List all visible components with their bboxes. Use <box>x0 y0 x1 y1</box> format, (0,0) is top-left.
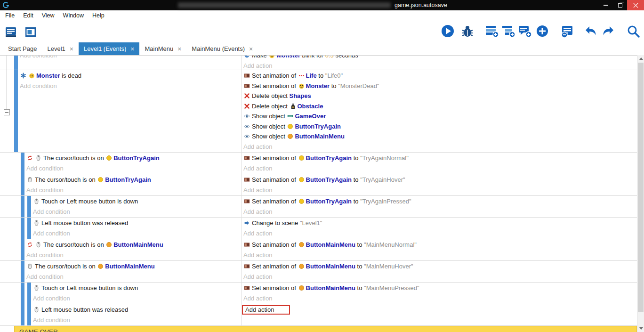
event-row[interactable]: The cursor/touch is on ButtonMainMenuAdd… <box>0 239 637 261</box>
condition-line[interactable]: Monster is dead <box>20 71 241 81</box>
add-action-link[interactable]: Add action <box>243 293 637 304</box>
conditions-cell[interactable]: The cursor/touch is on ButtonMainMenuAdd… <box>0 239 241 260</box>
actions-cell[interactable]: Add action <box>241 304 637 325</box>
actions-cell[interactable]: Set animation of Life to "Life0"Set anim… <box>241 70 637 152</box>
conditions-cell[interactable]: The cursor/touch is on ButtonMainMenuAdd… <box>0 261 241 282</box>
add-condition-link[interactable]: Add condition <box>26 250 241 260</box>
tab-close-icon[interactable]: × <box>130 46 134 52</box>
scroll-up-arrow[interactable] <box>637 55 644 62</box>
add-condition-link[interactable]: Add condition <box>26 163 241 174</box>
redo-icon[interactable] <box>601 24 615 39</box>
actions-cell[interactable]: Make Monster blink for 0.5 secondsAdd ac… <box>241 56 637 70</box>
condition-line[interactable]: Touch or Left mouse button is down <box>33 196 241 207</box>
add-condition-link[interactable]: Add condition <box>26 185 241 195</box>
actions-cell[interactable]: Set animation of ButtonTryAgain to "TryA… <box>241 196 637 217</box>
add-action-link[interactable]: Add action <box>243 61 637 70</box>
action-line[interactable]: Show object GameOver <box>243 111 637 121</box>
search-icon[interactable] <box>626 24 640 39</box>
event-row[interactable]: Monster is deadAdd conditionSet animatio… <box>0 70 637 153</box>
action-line[interactable]: Delete object Obstacle <box>243 101 637 112</box>
condition-line[interactable]: Left mouse button was released <box>33 218 241 228</box>
add-action-link[interactable]: Add action <box>243 185 637 195</box>
conditions-cell[interactable]: Touch or Left mouse button is downAdd co… <box>0 196 241 217</box>
event-row[interactable]: The cursor/touch is on ButtonTryAgainAdd… <box>0 153 637 174</box>
scrollbar-thumb[interactable] <box>638 63 644 312</box>
conditions-cell[interactable]: Touch or Left mouse button is downAdd co… <box>0 283 241 304</box>
minimize-button[interactable] <box>599 0 613 10</box>
menu-view[interactable]: View <box>38 11 59 20</box>
add-event-icon[interactable] <box>485 24 499 39</box>
action-line[interactable]: Make Monster blink for 0.5 seconds <box>243 56 637 61</box>
add-action-link[interactable]: Add action <box>243 250 637 260</box>
menu-window[interactable]: Window <box>59 11 88 20</box>
action-line[interactable]: Set animation of ButtonTryAgain to "TryA… <box>243 153 637 163</box>
condition-line[interactable]: The cursor/touch is on ButtonTryAgain <box>26 175 241 185</box>
menu-file[interactable]: File <box>1 11 19 20</box>
tab-level1[interactable]: Level1× <box>42 42 79 55</box>
action-line[interactable]: Set animation of ButtonMainMenu to "Main… <box>243 261 637 272</box>
condition-line[interactable]: Left mouse button was released <box>33 305 241 315</box>
tab-level1-events-[interactable]: Level1 (Events)× <box>79 42 140 55</box>
conditions-cell[interactable]: Left mouse button was releasedAdd condit… <box>0 218 241 239</box>
add-condition-link[interactable]: Add condition <box>33 228 241 239</box>
add-condition-link[interactable]: Add condition <box>33 207 241 217</box>
add-condition-link[interactable]: Add condition <box>20 56 241 61</box>
event-row[interactable]: The cursor/touch is on ButtonTryAgainAdd… <box>0 174 637 196</box>
add-comment-icon[interactable] <box>518 24 532 39</box>
event-row[interactable]: Touch or Left mouse button is downAdd co… <box>0 196 637 218</box>
action-line[interactable]: Set animation of ButtonTryAgain to "TryA… <box>243 196 637 207</box>
condition-line[interactable]: The cursor/touch is on ButtonTryAgain <box>26 153 241 163</box>
tab-start-page[interactable]: Start Page <box>3 42 42 55</box>
project-manager-icon[interactable] <box>4 24 18 40</box>
add-condition-link[interactable]: Add condition <box>20 81 241 91</box>
add-action-highlighted[interactable]: Add action <box>242 305 290 315</box>
event-row[interactable]: Left mouse button was releasedAdd condit… <box>0 304 637 326</box>
conditions-cell[interactable]: The cursor/touch is on ButtonTryAgainAdd… <box>0 153 241 174</box>
menu-help[interactable]: Help <box>88 11 109 20</box>
actions-cell[interactable]: Set animation of ButtonMainMenu to "Main… <box>241 261 637 282</box>
add-action-link[interactable]: Add action <box>243 163 637 174</box>
tab-close-icon[interactable]: × <box>177 46 181 52</box>
conditions-cell[interactable]: The cursor/touch is on ButtonTryAgainAdd… <box>0 174 241 195</box>
debug-icon[interactable] <box>460 24 475 39</box>
conditions-cell[interactable]: Left mouse button was releasedAdd condit… <box>0 304 241 325</box>
event-row[interactable]: Touch or Left mouse button is downAdd co… <box>0 283 637 304</box>
add-other-event-icon[interactable] <box>535 24 549 39</box>
scroll-down-arrow[interactable] <box>637 325 644 332</box>
remove-event-icon[interactable] <box>561 24 575 39</box>
action-line[interactable]: Set animation of ButtonMainMenu to "Main… <box>243 283 637 293</box>
conditions-cell[interactable]: Add condition <box>0 56 241 70</box>
action-line[interactable]: Set animation of ButtonMainMenu to "Main… <box>243 240 637 250</box>
action-line[interactable]: Set animation of Life to "Life0" <box>243 71 637 81</box>
actions-cell[interactable]: Set animation of ButtonMainMenu to "Main… <box>241 283 637 304</box>
add-subevent-icon[interactable] <box>501 24 515 39</box>
tab-mainmenu[interactable]: MainMenu× <box>139 42 186 55</box>
add-condition-link[interactable]: Add condition <box>26 272 241 282</box>
action-line[interactable]: Show object ButtonTryAgain <box>243 121 637 132</box>
actions-cell[interactable]: Set animation of ButtonMainMenu to "Main… <box>241 239 637 260</box>
conditions-cell[interactable]: Monster is deadAdd condition <box>0 70 241 152</box>
action-line[interactable]: Set animation of Monster to "MonsterDead… <box>243 81 637 91</box>
scene-editor-icon[interactable] <box>24 24 38 40</box>
comment-row[interactable]: GAME OVER <box>14 326 637 332</box>
action-line[interactable]: Delete object Shapes <box>243 91 637 101</box>
actions-cell[interactable]: Set animation of ButtonTryAgain to "TryA… <box>241 174 637 195</box>
tab-mainmenu-events-[interactable]: MainMenu (Events)× <box>186 42 258 55</box>
tab-close-icon[interactable]: × <box>70 46 73 52</box>
action-line[interactable]: Show object ButtonMainMenu <box>243 131 637 142</box>
add-condition-link[interactable]: Add condition <box>33 315 241 325</box>
actions-cell[interactable]: Set animation of ButtonTryAgain to "TryA… <box>241 153 637 174</box>
add-action-link[interactable]: Add action <box>243 207 637 217</box>
add-action-link[interactable]: Add action <box>243 228 637 239</box>
add-action-link[interactable]: Add action <box>243 142 637 152</box>
condition-line[interactable]: The cursor/touch is on ButtonMainMenu <box>26 261 241 272</box>
add-action-link[interactable]: Add action <box>243 272 637 282</box>
maximize-button[interactable] <box>613 0 627 10</box>
tab-close-icon[interactable]: × <box>249 46 253 52</box>
action-line[interactable]: Set animation of ButtonTryAgain to "TryA… <box>243 175 637 185</box>
action-line[interactable]: Change to scene "Level1" <box>243 218 637 228</box>
preview-play-icon[interactable] <box>441 24 455 39</box>
close-button[interactable] <box>627 0 644 10</box>
vertical-scrollbar[interactable] <box>637 55 644 332</box>
undo-icon[interactable] <box>584 24 598 39</box>
